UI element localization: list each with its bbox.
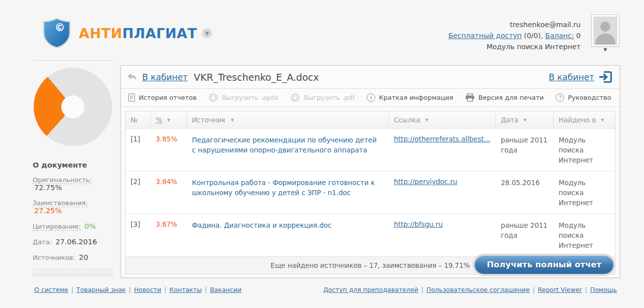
source-number: [2] — [126, 172, 151, 214]
column-header-source[interactable]: Источник ▼ — [187, 111, 389, 128]
source-found-in: Модуль поиска Интернет — [554, 172, 615, 214]
footer-link-teachers-access[interactable]: Доступ для преподавателей — [324, 286, 418, 293]
source-found-in: Модуль поиска Интернет — [554, 129, 615, 171]
toolbar-print-version[interactable]: Версия для печати — [465, 93, 544, 102]
toolbar-report-history[interactable]: История отчетов — [128, 93, 196, 102]
header: © АНТИПЛАГИАТ ▼ treshenkoe@mail.ru Беспл… — [0, 0, 644, 59]
report-panel: В кабинет VKR_Treschenko_E_A.docx В каби… — [121, 65, 620, 278]
sort-arrow-icon[interactable]: ▼ — [231, 118, 234, 122]
footer-link-report-viewer[interactable]: Report Viewer — [538, 286, 582, 293]
download-icon — [290, 93, 300, 102]
stat-sources-count: Источников: 20 — [33, 253, 113, 261]
logo-text: АНТИПЛАГИАТ — [79, 26, 197, 41]
footer-separator: | — [205, 286, 207, 293]
column-header-percent[interactable]: % ▼ — [151, 111, 187, 128]
toolbar-export-pdf: Выгрузить .pdf — [290, 93, 355, 102]
source-link[interactable]: http://perviydoc.ru — [394, 178, 457, 186]
person-silhouette-icon — [593, 19, 617, 45]
stat-value: 72.75% — [34, 184, 62, 192]
avatar[interactable] — [592, 15, 619, 46]
footer-link-news[interactable]: Новости — [134, 286, 161, 293]
sort-arrow-icon[interactable]: ▼ — [601, 118, 604, 122]
source-link-cell: http://perviydoc.ru — [389, 172, 496, 214]
exit-to-cabinet-icon[interactable] — [598, 70, 612, 84]
sort-arrow-icon[interactable]: ▼ — [425, 118, 428, 122]
originality-donut-chart — [34, 68, 112, 146]
source-number: [1] — [126, 129, 151, 171]
column-header-found-in[interactable]: Найдено в ▼ — [554, 111, 615, 128]
footer-separator: | — [532, 286, 534, 293]
source-title[interactable]: Педагогические рекомендации по обучению … — [187, 129, 389, 171]
sort-arrow-icon[interactable]: ▼ — [167, 118, 170, 122]
footer-separator: | — [129, 286, 131, 293]
sort-arrow-icon[interactable]: ▼ — [523, 118, 526, 122]
footer-left-links: О системе|Товарный знак|Новости|Контакты… — [34, 286, 242, 293]
source-title[interactable]: Фадина. Диагностика и коррекция.doc — [187, 214, 389, 256]
document-icon — [128, 93, 135, 102]
source-number: [3] — [126, 214, 151, 256]
logo-dropdown-icon[interactable]: ▼ — [202, 28, 212, 38]
source-link[interactable]: http://otherreferats.allbest... — [394, 135, 490, 143]
footer-link-user-agreement[interactable]: Пользовательское соглашение — [426, 286, 530, 293]
user-module: Модуль поиска Интернет — [448, 41, 581, 52]
table-row: [3] 3.67% Фадина. Диагностика и коррекци… — [126, 214, 615, 256]
footer-separator: | — [164, 286, 166, 293]
footer-link-vacancies[interactable]: Вакансии — [210, 286, 242, 293]
back-to-cabinet-link[interactable]: В кабинет — [142, 72, 188, 82]
toolbar-label: Руководство — [568, 94, 611, 101]
stat-originality: Оригинальность: 72.75% — [33, 176, 113, 192]
shield-logo-icon: © — [43, 18, 71, 48]
donut-hole — [61, 95, 84, 118]
stat-value: 27.06.2016 — [55, 238, 97, 246]
toolbar-label: История отчетов — [139, 94, 196, 101]
footer-link-contacts[interactable]: Контакты — [169, 286, 201, 293]
toolbar-brief-info[interactable]: i Краткая информация — [367, 93, 453, 102]
stat-value: 0% — [84, 222, 96, 230]
avatar-dropdown-icon[interactable]: ▼ — [604, 47, 607, 52]
stat-label[interactable]: Заимствования: — [33, 199, 88, 207]
sidebar-divider-top — [33, 60, 113, 61]
user-info: treshenkoe@mail.ru Бесплатный доступ (0/… — [448, 15, 581, 52]
footer-link-trademark[interactable]: Товарный знак — [76, 286, 126, 293]
source-title[interactable]: Контрольная работа - Формирование готовн… — [187, 172, 389, 214]
footer-link-about[interactable]: О системе — [34, 286, 68, 293]
balance-value: 0 — [576, 32, 581, 40]
info-icon: i — [367, 93, 375, 102]
table-row: [1] 3.85% Педагогические рекомендации по… — [126, 128, 615, 171]
stat-value: 27.25% — [34, 207, 62, 215]
about-document-title: О документе — [33, 161, 113, 169]
sidebar-gradient-bar — [33, 269, 113, 276]
to-cabinet-link[interactable]: В кабинет — [549, 72, 594, 82]
stat-label[interactable]: Оригинальность: — [33, 176, 92, 184]
footer-right-links: Доступ для преподавателей|Пользовательск… — [324, 286, 617, 293]
source-percent: 3.84% — [151, 172, 187, 214]
printer-icon — [465, 93, 475, 102]
balance-link[interactable]: Баланс: — [545, 32, 574, 40]
sidebar-bottom — [33, 269, 113, 276]
column-header-number: № — [126, 111, 151, 128]
footer-separator: | — [421, 286, 423, 293]
source-link[interactable]: http://bfsgu.ru — [394, 220, 443, 228]
stat-label: Дата: — [33, 238, 52, 246]
toolbar-label: Версия для печати — [478, 94, 544, 101]
stat-label[interactable]: Цитирование: — [33, 223, 81, 231]
footer-separator: | — [585, 286, 587, 293]
source-link-cell: http://otherreferats.allbest... — [389, 129, 496, 171]
get-full-report-button[interactable]: Получить полный отчет — [475, 256, 613, 274]
logo-plagiat: ПЛАГИАТ — [123, 26, 197, 41]
free-access-link[interactable]: Бесплатный доступ — [448, 32, 521, 40]
report-toolbar: История отчетов Выгрузить .apdx Выгрузит… — [121, 89, 619, 107]
avatar-wrap[interactable]: ▼ — [592, 15, 619, 52]
user-access-line: Бесплатный доступ (0/0), Баланс: 0 — [448, 30, 581, 41]
stat-value: 20 — [79, 253, 88, 261]
toolbar-label: Краткая информация — [379, 94, 453, 101]
logo[interactable]: © АНТИПЛАГИАТ ▼ — [43, 18, 212, 48]
table-header-row: № % ▼ Источник ▼ Ссылка ▼ Дата ▼ Найдено… — [126, 111, 615, 128]
back-arrow-icon[interactable] — [127, 73, 137, 81]
free-access-counter: (0/0), — [524, 32, 543, 40]
user-block: treshenkoe@mail.ru Бесплатный доступ (0/… — [448, 15, 619, 52]
column-header-date[interactable]: Дата ▼ — [496, 111, 554, 128]
toolbar-guide[interactable]: ? Руководство — [556, 93, 611, 102]
column-header-link[interactable]: Ссылка ▼ — [389, 111, 496, 128]
footer-link-help[interactable]: Помощь — [590, 286, 617, 293]
